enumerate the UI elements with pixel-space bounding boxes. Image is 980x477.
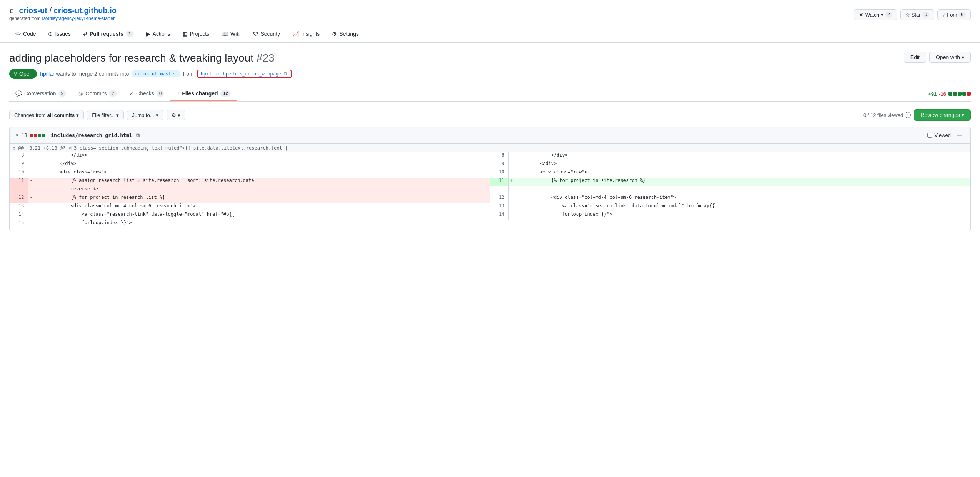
file-diff-header-left: ▾ 13 _includes/research_grid.html ⧉	[16, 132, 141, 138]
dropdown-icon: ▾	[116, 112, 119, 118]
copy-file-path-icon[interactable]: ⧉	[135, 133, 141, 138]
diff-line-right-13: 13 <a class="research-link" data-toggle=…	[490, 203, 970, 212]
head-branch[interactable]: hpillar:hpedits_crios_webpage ⧉	[197, 70, 292, 78]
pull-request-icon: ⇄	[83, 31, 87, 37]
file-diff-header: ▾ 13 _includes/research_grid.html ⧉ View…	[10, 127, 970, 143]
diff-line-left-10: 10 <div class="row">	[10, 169, 490, 178]
file-diff-header-right: Viewed ···	[927, 130, 964, 140]
fork-button[interactable]: ⑂ Fork 6	[937, 9, 971, 20]
dropdown-icon: ▾	[76, 112, 79, 118]
pr-status-badge: ⑂ Open	[9, 69, 37, 79]
hunk-header-right	[490, 144, 970, 152]
nav-tab-settings[interactable]: ⚙ Settings	[326, 26, 365, 42]
nav-tab-code[interactable]: <> Code	[9, 26, 42, 42]
nav-tab-issues[interactable]: ⊙ Issues	[42, 26, 77, 42]
projects-icon: ▦	[182, 31, 187, 37]
diff-split-view: ↕ @@ -8,21 +8,18 @@ <h3 class="section-s…	[10, 143, 970, 228]
expand-icon[interactable]: ↕	[13, 145, 15, 151]
copy-icon[interactable]: ⧉	[283, 71, 288, 77]
settings-icon: ⚙	[332, 31, 337, 37]
filter-right: 0 / 12 files viewed i Review changes ▾	[863, 109, 971, 121]
merge-icon: ⑂	[14, 71, 17, 77]
pr-title: adding placeholders for research & tweak…	[9, 52, 275, 64]
diff-blocks	[948, 92, 971, 96]
diff-line-right-9: 9 </div>	[490, 161, 970, 169]
edit-button[interactable]: Edit	[904, 52, 926, 63]
nav-tab-insights[interactable]: 📈 Insights	[286, 26, 326, 42]
pr-tab-files-changed[interactable]: ± Files changed 12	[170, 87, 237, 101]
generated-from-link[interactable]: raviriley/agency-jekyll-theme-starter	[42, 16, 115, 21]
pr-tab-checks[interactable]: ✓ Checks 0	[123, 87, 170, 101]
nav-tab-security[interactable]: 🛡 Security	[247, 26, 287, 42]
collapse-button[interactable]: ▾	[16, 132, 18, 138]
diff-block-5	[967, 92, 971, 96]
eye-icon: 👁	[859, 12, 864, 18]
repo-owner-link[interactable]: crios-ut	[19, 6, 47, 15]
diff-line-left-13: 13 <div class="col-md-4 col-sm-6 researc…	[10, 203, 490, 212]
jump-to-button[interactable]: Jump to... ▾	[127, 110, 163, 120]
issues-icon: ⊙	[48, 31, 53, 37]
mini-block-del-2	[34, 134, 37, 137]
diff-left-table: ↕ @@ -8,21 +8,18 @@ <h3 class="section-s…	[10, 144, 490, 228]
diff-line-right-14: 14 forloop.index }}">	[490, 212, 970, 220]
nav-tab-projects[interactable]: ▦ Projects	[176, 26, 215, 42]
star-button[interactable]: ☆ Star 0	[900, 9, 935, 20]
repo-icon: 🖥	[9, 8, 15, 14]
diff-right-table: 8 </div> 9 </div>	[490, 144, 970, 220]
hunk-header-left: ↕ @@ -8,21 +8,18 @@ <h3 class="section-s…	[10, 144, 490, 152]
from-text: from	[183, 71, 194, 77]
star-icon: ☆	[905, 12, 910, 18]
pr-tab-conversation[interactable]: 💬 Conversation 9	[9, 87, 72, 101]
diff-line-left-15: 15 forloop.index }}">	[10, 220, 490, 228]
diff-line-left-8: 8 </div>	[10, 152, 490, 161]
checks-icon: ✓	[129, 90, 134, 97]
viewed-checkbox-input[interactable]	[927, 133, 932, 138]
author-link[interactable]: hpillar	[40, 71, 54, 77]
base-branch[interactable]: crios-ut:master	[132, 70, 180, 77]
changes-from-button[interactable]: Changes from all commits ▾	[9, 110, 84, 120]
repo-name-link[interactable]: crios-ut.github.io	[54, 6, 117, 15]
fork-icon: ⑂	[942, 12, 945, 18]
wiki-icon: 📖	[222, 31, 228, 37]
file-filter-button[interactable]: File filter... ▾	[87, 110, 124, 120]
nav-tab-actions[interactable]: ▶ Actions	[140, 26, 177, 42]
dropdown-arrow-icon: ▾	[962, 112, 964, 118]
diff-line-left-12: 12 - {% for project in research_list %}	[10, 195, 490, 203]
mini-block-add-1	[38, 134, 41, 137]
diff-line-right-11: 11 + {% for project in site.research %}	[490, 178, 970, 186]
nav-tab-pull-requests[interactable]: ⇄ Pull requests 1	[77, 26, 140, 42]
file-diff: ▾ 13 _includes/research_grid.html ⧉ View…	[9, 127, 971, 231]
dropdown-icon: ▾	[156, 112, 158, 118]
diff-block-4	[962, 92, 966, 96]
diff-line-left-14: 14 <a class="research-link" data-toggle=…	[10, 212, 490, 220]
repo-subtitle: generated from raviriley/agency-jekyll-t…	[9, 16, 117, 21]
dropdown-icon: ▾	[178, 112, 180, 118]
open-with-button[interactable]: Open with ▾	[929, 52, 971, 63]
security-icon: 🛡	[253, 31, 258, 37]
pr-tabs: 💬 Conversation 9 ◎ Commits 2 ✓ Checks 0 …	[9, 87, 971, 102]
file-mini-blocks	[30, 134, 45, 137]
viewed-checkbox[interactable]: Viewed	[927, 132, 951, 138]
diff-line-right-8: 8 </div>	[490, 152, 970, 161]
diff-block-2	[953, 92, 957, 96]
diff-line-right-10: 10 <div class="row">	[490, 169, 970, 178]
watch-button[interactable]: 👁 Watch ▾ 2	[854, 9, 897, 20]
diff-stats: +91 -16	[928, 87, 971, 101]
actions-icon: ▶	[146, 31, 150, 37]
more-options-button[interactable]: ···	[954, 130, 964, 140]
nav-tab-wiki[interactable]: 📖 Wiki	[215, 26, 247, 42]
insights-icon: 📈	[292, 31, 299, 37]
pr-tab-commits[interactable]: ◎ Commits 2	[72, 87, 123, 101]
info-icon[interactable]: i	[905, 112, 911, 118]
review-changes-button[interactable]: Review changes ▾	[914, 109, 971, 121]
diff-line-right-empty	[490, 186, 970, 195]
pr-title-actions: Edit Open with ▾	[904, 52, 971, 63]
pr-meta: ⑂ Open hpillar wants to merge 2 commits …	[9, 69, 971, 79]
filter-bar: Changes from all commits ▾ File filter..…	[9, 109, 971, 121]
watch-dropdown-icon: ▾	[881, 12, 883, 18]
repo-actions: 👁 Watch ▾ 2 ☆ Star 0 ⑂ Fork 6	[854, 6, 971, 20]
diff-line-left-11b: reverse %}	[10, 186, 490, 195]
settings-filter-button[interactable]: ⚙ ▾	[167, 110, 185, 120]
files-viewed: 0 / 12 files viewed i	[863, 112, 911, 118]
gear-icon: ⚙	[172, 112, 176, 118]
